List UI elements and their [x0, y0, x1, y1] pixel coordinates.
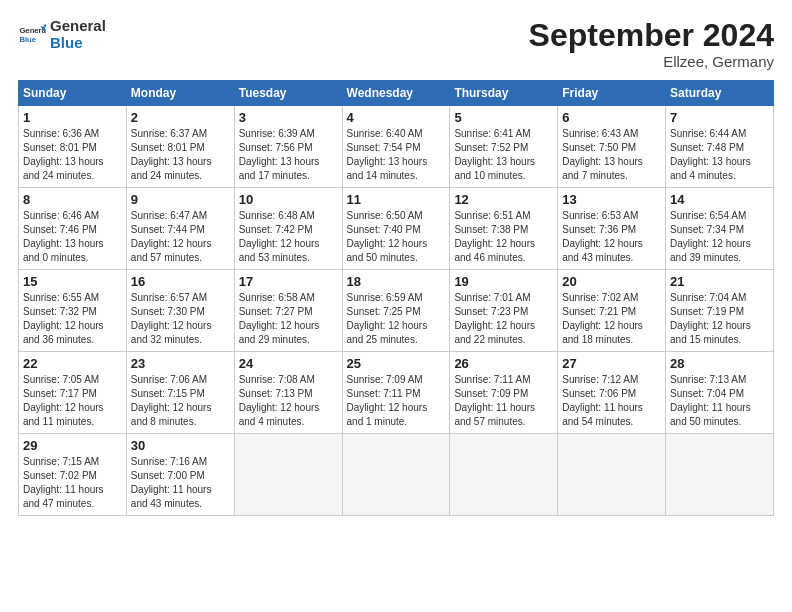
table-row: 27Sunrise: 7:12 AMSunset: 7:06 PMDayligh… [558, 352, 666, 434]
svg-text:Blue: Blue [19, 35, 36, 44]
table-row: 25Sunrise: 7:09 AMSunset: 7:11 PMDayligh… [342, 352, 450, 434]
logo: General Blue General Blue [18, 18, 106, 51]
weekday-header-wednesday: Wednesday [342, 81, 450, 106]
table-row: 3Sunrise: 6:39 AMSunset: 7:56 PMDaylight… [234, 106, 342, 188]
weekday-header-sunday: Sunday [19, 81, 127, 106]
table-row: 19Sunrise: 7:01 AMSunset: 7:23 PMDayligh… [450, 270, 558, 352]
table-row: 15Sunrise: 6:55 AMSunset: 7:32 PMDayligh… [19, 270, 127, 352]
logo-general: General [50, 18, 106, 35]
table-row: 30Sunrise: 7:16 AMSunset: 7:00 PMDayligh… [126, 434, 234, 516]
logo-blue: Blue [50, 35, 106, 52]
title-block: September 2024 Ellzee, Germany [529, 18, 774, 70]
weekday-header-tuesday: Tuesday [234, 81, 342, 106]
weekday-header-saturday: Saturday [666, 81, 774, 106]
table-row: 8Sunrise: 6:46 AMSunset: 7:46 PMDaylight… [19, 188, 127, 270]
table-row: 5Sunrise: 6:41 AMSunset: 7:52 PMDaylight… [450, 106, 558, 188]
weekday-header-thursday: Thursday [450, 81, 558, 106]
table-row [558, 434, 666, 516]
header: General Blue General Blue September 2024… [18, 18, 774, 70]
month-title: September 2024 [529, 18, 774, 53]
table-row: 22Sunrise: 7:05 AMSunset: 7:17 PMDayligh… [19, 352, 127, 434]
table-row: 11Sunrise: 6:50 AMSunset: 7:40 PMDayligh… [342, 188, 450, 270]
table-row: 28Sunrise: 7:13 AMSunset: 7:04 PMDayligh… [666, 352, 774, 434]
table-row: 23Sunrise: 7:06 AMSunset: 7:15 PMDayligh… [126, 352, 234, 434]
table-row: 9Sunrise: 6:47 AMSunset: 7:44 PMDaylight… [126, 188, 234, 270]
table-row: 7Sunrise: 6:44 AMSunset: 7:48 PMDaylight… [666, 106, 774, 188]
table-row [666, 434, 774, 516]
table-row: 1Sunrise: 6:36 AMSunset: 8:01 PMDaylight… [19, 106, 127, 188]
table-row: 24Sunrise: 7:08 AMSunset: 7:13 PMDayligh… [234, 352, 342, 434]
table-row: 13Sunrise: 6:53 AMSunset: 7:36 PMDayligh… [558, 188, 666, 270]
table-row: 4Sunrise: 6:40 AMSunset: 7:54 PMDaylight… [342, 106, 450, 188]
weekday-header-monday: Monday [126, 81, 234, 106]
table-row: 2Sunrise: 6:37 AMSunset: 8:01 PMDaylight… [126, 106, 234, 188]
weekday-header-friday: Friday [558, 81, 666, 106]
week-row-2: 8Sunrise: 6:46 AMSunset: 7:46 PMDaylight… [19, 188, 774, 270]
table-row [234, 434, 342, 516]
week-row-4: 22Sunrise: 7:05 AMSunset: 7:17 PMDayligh… [19, 352, 774, 434]
table-row [450, 434, 558, 516]
table-row: 17Sunrise: 6:58 AMSunset: 7:27 PMDayligh… [234, 270, 342, 352]
week-row-1: 1Sunrise: 6:36 AMSunset: 8:01 PMDaylight… [19, 106, 774, 188]
table-row: 12Sunrise: 6:51 AMSunset: 7:38 PMDayligh… [450, 188, 558, 270]
calendar-table: SundayMondayTuesdayWednesdayThursdayFrid… [18, 80, 774, 516]
table-row [342, 434, 450, 516]
location: Ellzee, Germany [529, 53, 774, 70]
table-row: 18Sunrise: 6:59 AMSunset: 7:25 PMDayligh… [342, 270, 450, 352]
table-row: 20Sunrise: 7:02 AMSunset: 7:21 PMDayligh… [558, 270, 666, 352]
weekday-header-row: SundayMondayTuesdayWednesdayThursdayFrid… [19, 81, 774, 106]
week-row-3: 15Sunrise: 6:55 AMSunset: 7:32 PMDayligh… [19, 270, 774, 352]
table-row: 21Sunrise: 7:04 AMSunset: 7:19 PMDayligh… [666, 270, 774, 352]
logo-icon: General Blue [18, 21, 46, 49]
table-row: 16Sunrise: 6:57 AMSunset: 7:30 PMDayligh… [126, 270, 234, 352]
table-row: 6Sunrise: 6:43 AMSunset: 7:50 PMDaylight… [558, 106, 666, 188]
table-row: 29Sunrise: 7:15 AMSunset: 7:02 PMDayligh… [19, 434, 127, 516]
table-row: 10Sunrise: 6:48 AMSunset: 7:42 PMDayligh… [234, 188, 342, 270]
week-row-5: 29Sunrise: 7:15 AMSunset: 7:02 PMDayligh… [19, 434, 774, 516]
table-row: 14Sunrise: 6:54 AMSunset: 7:34 PMDayligh… [666, 188, 774, 270]
table-row: 26Sunrise: 7:11 AMSunset: 7:09 PMDayligh… [450, 352, 558, 434]
